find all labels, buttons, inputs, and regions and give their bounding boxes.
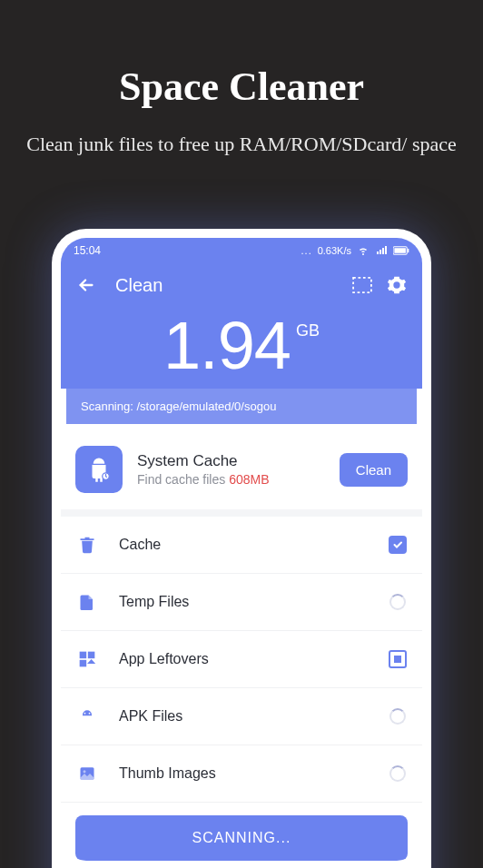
list-label: Thumb Images xyxy=(119,765,388,782)
svg-rect-2 xyxy=(408,249,409,252)
svg-rect-3 xyxy=(353,278,371,292)
checkbox-checked-icon xyxy=(389,536,407,554)
select-icon xyxy=(352,277,372,293)
spinner-icon xyxy=(389,708,406,725)
svg-point-10 xyxy=(89,713,91,715)
list-item-temp[interactable]: Temp Files xyxy=(61,574,422,631)
card-sub-prefix: Find cache files xyxy=(137,472,229,487)
spinner-temp xyxy=(388,592,408,612)
svg-point-9 xyxy=(84,713,86,715)
clean-button[interactable]: Clean xyxy=(340,453,408,487)
list-item-apk[interactable]: APK Files xyxy=(61,688,422,745)
status-bar: 15:04 ... 0.63K/s xyxy=(61,238,422,263)
hero-subtitle: Clean junk files to free up RAM/ROM/SDca… xyxy=(0,130,483,159)
trash-icon xyxy=(75,533,99,557)
list-label: APK Files xyxy=(119,708,388,725)
svg-rect-7 xyxy=(80,660,87,667)
size-unit: GB xyxy=(296,321,320,340)
hero-title-text: Space Cleaner xyxy=(119,64,364,109)
android-small-icon xyxy=(75,705,99,728)
spinner-apk xyxy=(388,706,408,726)
gear-icon xyxy=(387,275,407,295)
size-value: 1.94 xyxy=(163,312,291,380)
system-cache-card: System Cache Find cache files 608MB Clea… xyxy=(61,429,422,517)
svg-rect-5 xyxy=(80,652,87,659)
settings-button[interactable] xyxy=(386,274,408,296)
content: System Cache Find cache files 608MB Clea… xyxy=(61,429,422,861)
back-button[interactable] xyxy=(75,274,97,296)
card-subtitle: Find cache files 608MB xyxy=(137,472,340,487)
hero: Space Cleaner Clean junk files to free u… xyxy=(0,0,483,159)
svg-marker-8 xyxy=(87,659,95,664)
list-label: Temp Files xyxy=(119,594,388,610)
spinner-icon xyxy=(389,594,406,610)
list-item-leftovers[interactable]: App Leftovers xyxy=(61,631,422,688)
image-icon xyxy=(75,762,99,785)
file-icon xyxy=(75,590,99,614)
battery-icon xyxy=(393,246,409,255)
hero-title: Space Cleaner xyxy=(119,64,364,110)
status-icons: ... 0.63K/s xyxy=(301,245,409,256)
wifi-icon xyxy=(357,245,370,256)
svg-rect-6 xyxy=(88,652,95,659)
arrow-left-icon xyxy=(76,275,96,295)
status-time: 15:04 xyxy=(74,244,101,257)
checkbox-leftovers[interactable] xyxy=(388,649,408,669)
spinner-thumb xyxy=(388,764,408,784)
card-title: System Cache xyxy=(137,452,340,470)
checkbox-cache[interactable] xyxy=(388,535,408,555)
spinner-icon xyxy=(389,765,406,782)
size-panel: 1.94 GB xyxy=(61,307,422,389)
android-icon xyxy=(75,446,123,493)
signal-icon xyxy=(375,245,388,256)
list-label: Cache xyxy=(119,537,388,553)
apps-icon xyxy=(75,647,99,671)
checkbox-partial-icon xyxy=(389,650,407,668)
status-speed: 0.63K/s xyxy=(318,245,351,256)
app-header: Clean xyxy=(61,263,422,307)
list-label: App Leftovers xyxy=(119,651,388,667)
scan-path-bar: Scanning: /storage/emulated/0/sogou xyxy=(66,389,417,424)
select-button[interactable] xyxy=(351,274,373,296)
card-sub-value: 608MB xyxy=(229,472,269,487)
scanning-button[interactable]: SCANNING... xyxy=(75,815,408,861)
app-title: Clean xyxy=(115,275,339,296)
svg-point-12 xyxy=(84,770,86,773)
list-item-thumb[interactable]: Thumb Images xyxy=(61,745,422,803)
svg-rect-1 xyxy=(394,248,405,253)
list-item-cache[interactable]: Cache xyxy=(61,517,422,574)
phone-frame: 15:04 ... 0.63K/s Clean xyxy=(52,229,431,868)
